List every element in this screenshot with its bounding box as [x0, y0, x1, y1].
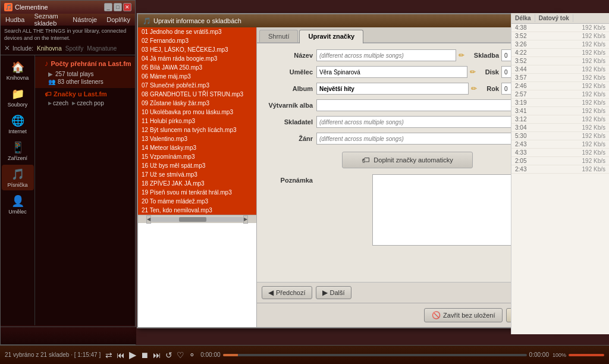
tag-czech[interactable]: ▶ czech	[48, 100, 68, 106]
track-item[interactable]: 14 Meteor lásky.mp3	[138, 143, 256, 152]
cancel-label: Zavřít bez uložení	[443, 312, 495, 319]
input-zanr[interactable]	[316, 133, 540, 145]
input-nazev[interactable]	[316, 49, 456, 61]
track-item[interactable]: 01 Jednoho dne se vrátíš.mp3	[138, 27, 256, 36]
menu-seznam[interactable]: Seznam skladeb	[32, 12, 65, 27]
bg-duration: 2:43	[515, 141, 526, 148]
track-item[interactable]: 20 To máme mládež.mp3	[138, 197, 256, 206]
stop-button[interactable]: ⏹	[139, 350, 150, 360]
sidebar-item-song[interactable]: 🎵 Písnička	[2, 165, 34, 190]
track-item[interactable]: 04 Já mám ráda boogie.mp3	[138, 54, 256, 63]
input-vytvarnik[interactable]	[316, 99, 540, 111]
sidebar-item-library[interactable]: 🏠 Knihovna	[2, 58, 34, 83]
h-scrollbar-thumb[interactable]	[179, 217, 207, 222]
track-item[interactable]: 08 GRANDHOTEL U TŘÍ STRUN.mp3	[138, 90, 256, 99]
tag-czech-pop[interactable]: ▶ czech pop	[72, 100, 104, 106]
shuffle-button[interactable]: ⇄	[104, 350, 114, 360]
pencil-umelec[interactable]: ✏	[469, 68, 477, 76]
track-item[interactable]: 21 Ten, kdo nemiloval.mp3	[138, 206, 256, 215]
include-option-spotify[interactable]: Spotify	[65, 45, 84, 52]
volume-fill	[569, 354, 604, 356]
tab-summary[interactable]: Shrnutí	[259, 30, 298, 42]
menu-doplnky[interactable]: Doplňky	[104, 16, 133, 23]
bg-duration: 4:38	[515, 24, 526, 31]
bg-bitrate: 192 Kb/s	[582, 33, 605, 39]
bg-duration: 4:33	[515, 149, 526, 156]
sidebar-item-files[interactable]: 📁 Soubory	[2, 84, 34, 110]
main-window: 🎵 Clementine _ □ ✕ Hudba Seznam skladeb …	[0, 0, 136, 345]
tab-edit-tags-label: Upravit značky	[308, 33, 354, 40]
bg-bitrate: 192 Kb/s	[582, 91, 605, 98]
bg-bitrate: 192 Kb/s	[582, 74, 605, 81]
bg-duration: 3:44	[515, 66, 526, 73]
track-item[interactable]: 15 Vzpomínám.mp3	[138, 152, 256, 161]
scroll-right-arrow[interactable]: ▶	[243, 215, 248, 224]
search-description: Search ALL THE THINGS in your library, c…	[4, 28, 131, 42]
next-button[interactable]: ▶ Další	[316, 286, 351, 299]
player-bar: 21 vybráno z 21 skladeb · [ 1:15:47 ] ⇄ …	[0, 345, 609, 364]
dialog-tracklist[interactable]: 01 Jednoho dne se vrátíš.mp302 Fernando.…	[138, 27, 257, 327]
scrobble-button[interactable]: ⚬	[187, 350, 197, 360]
track-item[interactable]: 19 Píseň svou mi tenkrát hrál.mp3	[138, 188, 256, 197]
sidebar-item-devices[interactable]: 📱 Zařízení	[2, 138, 34, 164]
track-item[interactable]: 10 Ukolébavka pro mou lásku.mp3	[138, 108, 256, 117]
track-item[interactable]: 05 Bílá JAWA 250.mp3	[138, 63, 256, 72]
input-album[interactable]	[316, 83, 469, 95]
tab-summary-label: Shrnutí	[268, 33, 289, 40]
search-close-icon[interactable]: ✕	[4, 44, 10, 52]
sidebar-label-internet: Internet	[8, 128, 27, 134]
close-button[interactable]: ✕	[123, 3, 131, 11]
tab-edit-tags[interactable]: Upravit značky	[299, 30, 363, 43]
th-bitrate: Datový tok	[535, 14, 573, 22]
prev-track-button[interactable]: ⏮	[115, 350, 126, 360]
track-item[interactable]: 16 Už bys měl spát.mp3	[138, 161, 256, 170]
input-umelec[interactable]	[316, 66, 467, 78]
cancel-button[interactable]: 🚫 Zavřít bez uložení	[424, 308, 503, 322]
search-bar: Search ALL THE THINGS in your library, c…	[1, 26, 135, 55]
devices-icon: 📱	[11, 140, 25, 155]
sidebar-item-artist[interactable]: 👤 Umělec	[2, 192, 34, 217]
track-item[interactable]: 09 Zůstane lásky žár.mp3	[138, 99, 256, 108]
input-skladatel[interactable]	[316, 116, 540, 128]
track-item[interactable]: 07 Slunečné pobřeží.mp3	[138, 81, 256, 90]
minimize-button[interactable]: _	[104, 3, 112, 11]
menu-nastroje[interactable]: Nástroje	[70, 16, 99, 23]
include-option-library[interactable]: Knihovna	[37, 45, 62, 52]
track-item[interactable]: 17 Už se stmívá.mp3	[138, 170, 256, 179]
pencil-nazev[interactable]: ✏	[457, 51, 466, 59]
lastfm-section: ♪ Počty přehrání na Last.fm ▶ 257 total …	[35, 57, 135, 88]
label-vytvarnik: Výtvarník alba	[265, 102, 313, 109]
track-item[interactable]: 03 HEJ, LÁSKO, NEČEKEJ.mp3	[138, 45, 256, 54]
bg-track-row: 3:44192 Kb/s	[511, 65, 609, 74]
autotag-button[interactable]: 🏷 Doplnit značky automaticky	[342, 152, 473, 168]
track-item[interactable]: 13 Valentino.mp3	[138, 134, 256, 143]
tags-header: 🏷 Značky u Last.fm	[45, 90, 131, 98]
play-button[interactable]: ▶	[128, 349, 137, 360]
next-track-button[interactable]: ⏭	[152, 350, 162, 360]
prev-button[interactable]: ◀ Předchozí	[262, 286, 312, 299]
h-scrollbar-track[interactable]	[151, 217, 243, 222]
track-item[interactable]: 11 Holubí pírko.mp3	[138, 117, 256, 125]
bg-bitrate: 192 Kb/s	[582, 141, 605, 148]
tag-czech-pop-label: czech pop	[77, 100, 104, 106]
label-disk: Disk	[485, 68, 499, 76]
tracklist-h-scrollbar[interactable]: ◀ ▶	[138, 215, 256, 223]
menu-hudba[interactable]: Hudba	[3, 16, 27, 23]
track-item[interactable]: 02 Fernando.mp3	[138, 36, 256, 45]
sidebar-item-internet[interactable]: 🌐 Internet	[2, 111, 34, 137]
scroll-left-arrow[interactable]: ◀	[146, 215, 151, 224]
heart-button[interactable]: ♡	[175, 350, 186, 360]
volume-bar[interactable]	[569, 354, 604, 356]
pencil-album[interactable]: ✏	[470, 84, 478, 93]
progress-bar[interactable]	[223, 354, 527, 356]
maximize-button[interactable]: □	[114, 3, 122, 11]
include-option-magnatune[interactable]: Magnatune	[87, 45, 117, 52]
main-title-bar: 🎵 Clementine _ □ ✕	[1, 1, 135, 14]
bg-track-row: 3:52192 Kb/s	[511, 57, 609, 65]
track-item[interactable]: 12 Být sluncem na tvých lícách.mp3	[138, 125, 256, 134]
plays-icon: ▶	[48, 71, 53, 77]
track-item[interactable]: 06 Máme máj.mp3	[138, 72, 256, 81]
track-item[interactable]: 18 ZPÍVEJ JAK JÁ.mp3	[138, 179, 256, 188]
repeat-button[interactable]: ↺	[164, 350, 174, 360]
main-content: ♪ Počty přehrání na Last.fm ▶ 257 total …	[35, 55, 135, 325]
